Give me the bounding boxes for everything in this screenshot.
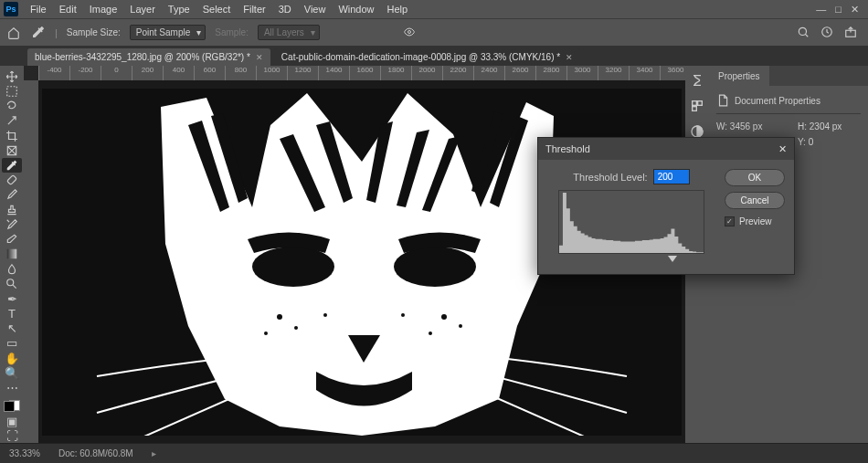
menu-3d[interactable]: 3D bbox=[272, 4, 298, 15]
svg-point-13 bbox=[294, 326, 298, 330]
eyedropper-tool[interactable] bbox=[2, 158, 22, 172]
tab-close-icon[interactable]: ✕ bbox=[256, 53, 263, 62]
svg-rect-22 bbox=[693, 107, 697, 111]
quick-mask[interactable]: ▣ bbox=[2, 414, 22, 427]
menu-filter[interactable]: Filter bbox=[237, 4, 271, 15]
tab-close-icon[interactable]: ✕ bbox=[566, 53, 573, 62]
threshold-level-input[interactable]: 200 bbox=[653, 169, 690, 184]
menu-file[interactable]: File bbox=[24, 4, 53, 15]
menu-edit[interactable]: Edit bbox=[53, 4, 83, 15]
menu-layer[interactable]: Layer bbox=[123, 4, 162, 15]
y-label: Y: bbox=[798, 137, 806, 147]
tab-title: Cat-public-domain-dedication-image-0008.… bbox=[281, 52, 560, 62]
preview-label: Preview bbox=[739, 216, 772, 226]
svg-rect-7 bbox=[7, 249, 17, 259]
tool-palette: ✒ T ↖ ▭ ✋ 🔍 ⋯ ▣ ⛶ bbox=[0, 66, 24, 443]
svg-point-14 bbox=[264, 331, 268, 335]
path-tool[interactable]: ↖ bbox=[2, 321, 22, 335]
history-panel-icon[interactable] bbox=[690, 73, 704, 89]
threshold-slider[interactable] bbox=[558, 256, 704, 265]
gradient-tool[interactable] bbox=[2, 247, 22, 261]
history-icon[interactable] bbox=[820, 26, 833, 40]
search-icon[interactable] bbox=[797, 26, 810, 40]
close-icon[interactable]: ✕ bbox=[851, 4, 859, 16]
eraser-tool[interactable] bbox=[2, 233, 22, 247]
menu-help[interactable]: Help bbox=[381, 4, 415, 15]
sample-label: Sample: bbox=[215, 27, 249, 37]
type-tool[interactable]: T bbox=[2, 307, 22, 321]
svg-point-15 bbox=[441, 314, 447, 320]
menu-select[interactable]: Select bbox=[196, 4, 238, 15]
properties-tab[interactable]: Properties bbox=[709, 66, 769, 86]
home-icon[interactable] bbox=[5, 25, 22, 41]
heal-tool[interactable] bbox=[2, 174, 22, 187]
screen-mode[interactable]: ⛶ bbox=[2, 429, 22, 443]
svg-point-11 bbox=[394, 247, 476, 287]
svg-point-16 bbox=[459, 324, 462, 328]
ruler-vertical[interactable] bbox=[24, 80, 38, 443]
color-swatches[interactable] bbox=[2, 399, 22, 413]
width-value: 3456 px bbox=[730, 121, 763, 132]
svg-point-0 bbox=[408, 30, 410, 33]
sample-size-select[interactable]: Point Sample bbox=[130, 25, 206, 40]
svg-point-12 bbox=[277, 314, 282, 320]
threshold-dialog: Threshold ✕ Threshold Level: 200 OK Canc… bbox=[537, 137, 795, 275]
foreground-color[interactable] bbox=[4, 401, 15, 412]
dodge-tool[interactable] bbox=[2, 277, 22, 290]
pen-tool[interactable]: ✒ bbox=[2, 292, 22, 306]
frame-tool[interactable] bbox=[2, 143, 22, 157]
hand-tool[interactable]: ✋ bbox=[2, 351, 22, 364]
svg-point-19 bbox=[401, 313, 405, 317]
document-tab[interactable]: blue-berries-3432295_1280.jpg @ 200% (RG… bbox=[27, 48, 270, 66]
menu-view[interactable]: View bbox=[298, 4, 333, 15]
window-controls: — □ ✕ bbox=[816, 4, 864, 16]
threshold-level-label: Threshold Level: bbox=[573, 172, 647, 183]
options-bar: | Sample Size: Point Sample Sample: All … bbox=[0, 18, 868, 46]
app-logo: Ps bbox=[4, 2, 18, 16]
dialog-close-icon[interactable]: ✕ bbox=[778, 143, 787, 155]
blur-tool[interactable] bbox=[2, 262, 22, 276]
y-value: 0 bbox=[809, 137, 814, 147]
brush-tool[interactable] bbox=[2, 188, 22, 202]
zoom-level[interactable]: 33.33% bbox=[9, 448, 40, 458]
zoom-tool[interactable]: 🔍 bbox=[2, 366, 22, 380]
svg-rect-20 bbox=[693, 101, 697, 106]
document-icon bbox=[716, 93, 729, 108]
menu-image[interactable]: Image bbox=[83, 4, 124, 15]
sample-select[interactable]: All Layers bbox=[258, 25, 320, 40]
minimize-icon[interactable]: — bbox=[816, 4, 826, 16]
move-tool[interactable] bbox=[2, 69, 22, 83]
wand-tool[interactable] bbox=[2, 114, 22, 128]
color-panel-icon[interactable] bbox=[690, 99, 704, 115]
threshold-slider-thumb[interactable] bbox=[668, 256, 677, 262]
eye-icon[interactable] bbox=[402, 26, 417, 39]
lasso-tool[interactable] bbox=[2, 99, 22, 112]
ruler-horizontal[interactable]: -400-20002004006008001000120014001600180… bbox=[38, 66, 685, 80]
share-icon[interactable] bbox=[844, 26, 857, 40]
restore-icon[interactable]: □ bbox=[835, 4, 842, 16]
svg-rect-4 bbox=[7, 87, 17, 97]
ok-button[interactable]: OK bbox=[725, 169, 785, 186]
shape-tool[interactable]: ▭ bbox=[2, 336, 22, 350]
marquee-tool[interactable] bbox=[2, 84, 22, 98]
svg-point-1 bbox=[799, 27, 806, 35]
preview-checkbox[interactable]: ✓ bbox=[725, 216, 735, 226]
svg-point-8 bbox=[7, 279, 14, 286]
document-tab[interactable]: Cat-public-domain-dedication-image-0008.… bbox=[274, 48, 580, 66]
history-brush-tool[interactable] bbox=[2, 217, 22, 231]
crop-tool[interactable] bbox=[2, 129, 22, 142]
document-tab-bar: blue-berries-3432295_1280.jpg @ 200% (RG… bbox=[0, 46, 868, 66]
menubar: Ps FileEditImageLayerTypeSelectFilter3DV… bbox=[0, 0, 868, 18]
dialog-title: Threshold bbox=[545, 143, 590, 154]
eyedropper-tool-icon[interactable] bbox=[31, 25, 46, 41]
menu-window[interactable]: Window bbox=[332, 4, 380, 15]
more-tools[interactable]: ⋯ bbox=[2, 381, 22, 395]
menu-type[interactable]: Type bbox=[162, 4, 196, 15]
height-label: H: bbox=[798, 121, 807, 132]
svg-rect-21 bbox=[698, 101, 703, 106]
stamp-tool[interactable] bbox=[2, 203, 22, 216]
svg-point-17 bbox=[429, 331, 432, 335]
dialog-titlebar[interactable]: Threshold ✕ bbox=[538, 138, 794, 160]
cancel-button[interactable]: Cancel bbox=[725, 192, 785, 209]
width-label: W: bbox=[716, 121, 727, 132]
